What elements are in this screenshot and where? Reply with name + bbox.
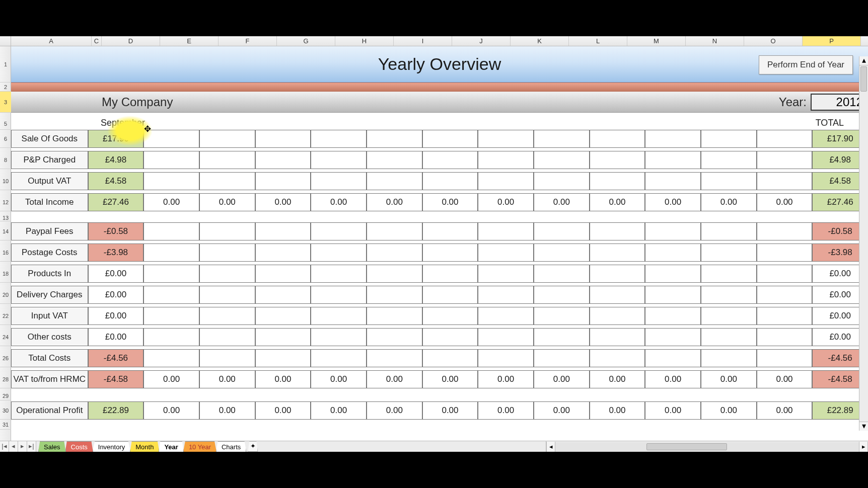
cell[interactable]: -£3.98 [88,243,144,262]
row-header-12[interactable]: 12 [0,193,11,211]
cell[interactable]: 0.00 [478,401,534,420]
row-header-18[interactable]: 18 [0,265,11,283]
cell[interactable] [645,265,701,283]
row-header-3[interactable]: 3 [0,92,11,113]
cell[interactable]: 0.00 [534,193,590,211]
cell[interactable] [367,222,422,240]
perform-end-of-year-button[interactable]: Perform End of Year [759,55,853,74]
cell[interactable] [757,243,813,262]
cell[interactable] [478,328,534,346]
scroll-down-icon[interactable]: ▾ [859,422,868,431]
cell[interactable] [367,151,422,169]
cell[interactable]: 0.00 [311,370,367,388]
row-header-10[interactable]: 10 [0,172,11,190]
cell[interactable] [143,286,199,304]
cell[interactable] [255,286,311,304]
cell[interactable] [143,307,199,325]
horizontal-scroll-thumb[interactable] [646,443,727,450]
cell[interactable] [255,328,311,346]
cell[interactable] [757,307,813,325]
cell[interactable]: 0.00 [422,401,478,420]
cell[interactable] [534,265,590,283]
cell[interactable] [645,349,701,367]
cell[interactable] [534,307,590,325]
cell[interactable] [367,265,422,283]
cell[interactable] [367,130,422,148]
cell[interactable]: 0.00 [478,370,534,388]
cell[interactable] [367,349,422,367]
cell[interactable]: 0.00 [367,193,422,211]
cell[interactable] [422,349,478,367]
cell[interactable]: 0.00 [367,401,422,420]
cell[interactable]: 0.00 [590,193,645,211]
row-header-29[interactable]: 29 [0,391,11,400]
cell[interactable]: £0.00 [88,265,144,283]
row-header-24[interactable]: 24 [0,328,11,346]
column-header-J[interactable]: J [452,36,511,46]
cell[interactable] [143,349,199,367]
row-header-20[interactable]: 20 [0,286,11,304]
cell[interactable] [199,151,255,169]
cell[interactable]: £0.00 [88,307,144,325]
cell[interactable] [645,328,701,346]
grid[interactable]: Yearly Overview Perform End of Year My C… [11,46,868,442]
cell[interactable]: 0.00 [422,370,478,388]
sheet-tab-costs[interactable]: Costs [65,441,93,452]
cell[interactable] [255,172,311,190]
cell[interactable] [255,151,311,169]
column-header-K[interactable]: K [511,36,569,46]
cell[interactable] [311,172,367,190]
tab-nav-last-button[interactable]: ▸| [27,441,36,452]
cell[interactable] [590,349,645,367]
cell[interactable] [534,130,590,148]
cell[interactable]: 0.00 [757,370,813,388]
cell[interactable]: 0.00 [199,401,255,420]
cell[interactable] [311,243,367,262]
cell[interactable] [590,286,645,304]
row-header-30[interactable]: 30 [0,401,11,420]
cell[interactable] [701,130,757,148]
cell[interactable] [645,243,701,262]
cell[interactable] [143,222,199,240]
select-all-corner[interactable] [0,36,11,46]
cell[interactable] [422,222,478,240]
cell[interactable] [255,349,311,367]
cell[interactable] [143,130,199,148]
cell[interactable]: 0.00 [701,401,757,420]
cell[interactable]: £27.46 [88,193,144,211]
cell[interactable] [590,307,645,325]
cell[interactable] [478,286,534,304]
cell[interactable]: 0.00 [199,370,255,388]
row-header-22[interactable]: 22 [0,307,11,325]
cell[interactable] [590,328,645,346]
cell[interactable] [311,265,367,283]
cell[interactable] [478,307,534,325]
cell[interactable] [422,286,478,304]
cell[interactable]: 0.00 [701,370,757,388]
cell[interactable] [143,328,199,346]
cell[interactable] [199,265,255,283]
row-header-26[interactable]: 26 [0,349,11,367]
cell[interactable] [757,130,813,148]
cell[interactable] [143,151,199,169]
row-header-16[interactable]: 16 [0,243,11,262]
cell[interactable] [422,243,478,262]
cell[interactable] [701,172,757,190]
cell[interactable] [645,151,701,169]
cell[interactable]: 0.00 [199,193,255,211]
sheet-tab-year[interactable]: Year [159,441,183,452]
cell[interactable] [199,286,255,304]
column-header-D[interactable]: D [102,36,160,46]
cell[interactable] [422,307,478,325]
cell[interactable]: 0.00 [534,401,590,420]
cell[interactable]: 0.00 [143,370,199,388]
cell[interactable] [367,172,422,190]
scroll-left-icon[interactable]: ◂ [546,442,555,452]
cell[interactable] [143,265,199,283]
row-header-13[interactable]: 13 [0,214,11,221]
sheet-tab-month[interactable]: Month [130,441,159,452]
cell[interactable]: 0.00 [645,401,701,420]
row-header-5[interactable]: 5 [0,118,11,130]
cell[interactable] [590,243,645,262]
cell[interactable] [422,172,478,190]
